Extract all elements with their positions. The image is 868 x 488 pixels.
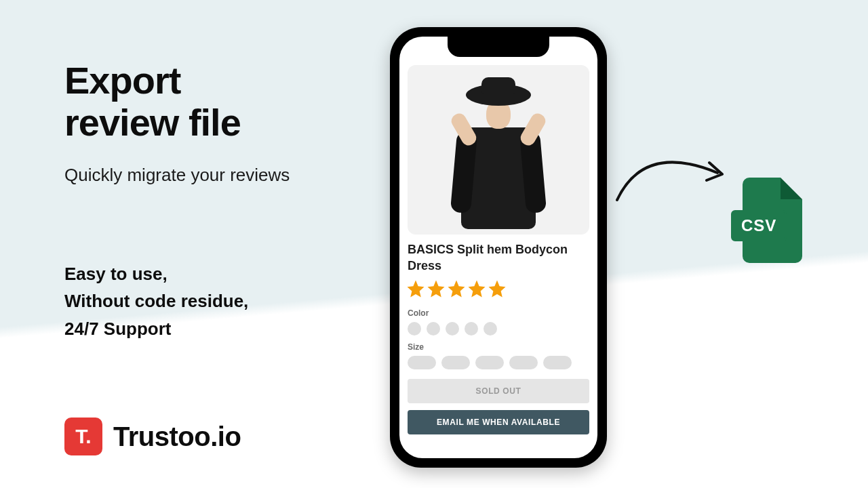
feature-list: Easy to use, Without code residue, 24/7 … [64,260,290,342]
page-title: Export review file [64,60,290,143]
feature-line-2: Without code residue, [64,287,290,314]
star-icon [467,279,487,299]
phone-mockup: BASICS Split hem Bodycon Dress Color Siz… [390,27,607,468]
color-label: Color [408,308,589,318]
color-swatch[interactable] [427,322,440,336]
star-rating [406,279,589,299]
size-option[interactable] [408,356,436,369]
color-swatch-row [408,322,589,336]
subheadline: Quickly migrate your reviews [64,165,290,186]
brand-name: Trustoo.io [113,422,241,452]
email-notify-button[interactable]: EMAIL ME WHEN AVAILABLE [408,410,589,434]
star-icon [487,279,507,299]
csv-file-icon: CSV [731,178,802,266]
color-swatch[interactable] [484,322,497,336]
product-image [408,65,589,235]
star-icon [446,279,467,299]
color-swatch[interactable] [446,322,459,336]
hero-text-block: Export review file Quickly migrate your … [64,60,290,342]
phone-notch [448,37,549,57]
feature-line-3: 24/7 Support [64,315,290,342]
size-label: Size [408,342,589,352]
brand-badge-icon: T. [64,418,102,455]
color-swatch[interactable] [408,322,421,336]
phone-screen: BASICS Split hem Bodycon Dress Color Siz… [399,37,597,458]
size-option[interactable] [509,356,538,369]
brand-logo: T. Trustoo.io [64,418,241,455]
headline-line-1: Export [64,59,180,102]
color-swatch[interactable] [465,322,478,336]
size-swatch-row [408,356,589,369]
size-option[interactable] [441,356,470,369]
arrow-icon [610,136,732,217]
star-icon [426,279,446,299]
star-icon [406,279,426,299]
product-title: BASICS Split hem Bodycon Dress [408,241,589,274]
feature-line-1: Easy to use, [64,260,290,287]
size-option[interactable] [475,356,504,369]
headline-line-2: review file [64,101,241,144]
size-option[interactable] [543,356,572,369]
model-illustration [451,72,546,228]
sold-out-button: SOLD OUT [408,379,589,403]
csv-label: CSV [731,210,787,241]
